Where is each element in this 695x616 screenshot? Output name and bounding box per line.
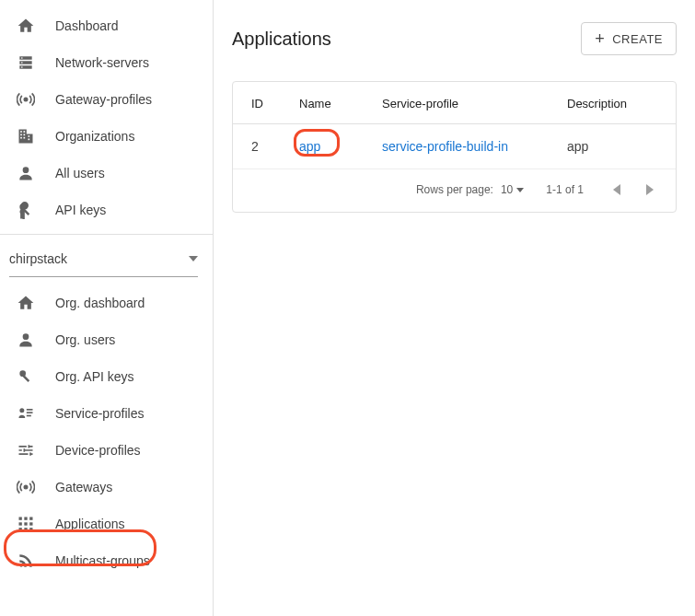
plus-icon: + xyxy=(595,30,605,47)
pager-range: 1-1 of 1 xyxy=(546,183,584,196)
nav-label: Organizations xyxy=(55,129,134,144)
svg-point-15 xyxy=(23,333,29,340)
col-id: ID xyxy=(233,82,288,124)
person-icon xyxy=(15,162,37,184)
org-selector-value: chirpstack xyxy=(9,251,67,266)
sidebar-divider xyxy=(0,234,213,235)
home-icon xyxy=(15,15,37,37)
nav-label: Device-profiles xyxy=(55,443,141,458)
rss-icon xyxy=(15,550,37,572)
nav-applications[interactable]: Applications xyxy=(0,506,213,542)
pager-next[interactable] xyxy=(639,179,661,201)
nav-label: Org. users xyxy=(55,332,115,347)
svg-rect-23 xyxy=(19,517,22,520)
rows-per-page-label: Rows per page: xyxy=(416,183,493,196)
svg-rect-25 xyxy=(29,517,32,520)
svg-rect-31 xyxy=(29,528,32,530)
org-selector[interactable]: chirpstack xyxy=(9,240,198,277)
svg-rect-4 xyxy=(20,131,22,133)
nav-device-profiles[interactable]: Device-profiles xyxy=(0,432,213,469)
main-content: Applications + CREATE ID Name Service-pr… xyxy=(214,0,695,616)
nav-label: All users xyxy=(55,166,105,180)
nav-label: Dashboard xyxy=(55,18,119,33)
home-icon xyxy=(15,292,37,314)
nav-org-dashboard[interactable]: Org. dashboard xyxy=(0,285,213,321)
nav-multicast-groups[interactable]: Multicast-groups xyxy=(0,542,213,579)
svg-rect-11 xyxy=(29,139,30,141)
nav-label: Network-servers xyxy=(55,55,149,70)
svg-point-12 xyxy=(23,167,29,173)
create-button-label: CREATE xyxy=(612,32,663,46)
svg-point-2 xyxy=(21,66,23,68)
nav-gateways[interactable]: Gateways xyxy=(0,469,213,506)
nav-label: Multicast-groups xyxy=(55,553,150,568)
col-name: Name xyxy=(288,82,371,124)
caret-down-icon xyxy=(189,256,198,262)
col-service-profile: Service-profile xyxy=(371,82,556,124)
svg-point-18 xyxy=(19,408,24,413)
svg-rect-10 xyxy=(29,135,30,137)
nav-all-users[interactable]: All users xyxy=(0,155,213,192)
table-row: 2 app service-profile-build-in app xyxy=(233,124,676,169)
svg-rect-29 xyxy=(19,528,22,530)
applications-table-card: ID Name Service-profile Description 2 ap… xyxy=(232,81,677,213)
svg-rect-27 xyxy=(24,522,27,525)
nav-label: Gateway-profiles xyxy=(55,92,152,107)
svg-rect-28 xyxy=(29,522,32,525)
nav-org-api-keys[interactable]: Org. API keys xyxy=(0,358,213,395)
svg-rect-9 xyxy=(24,137,26,139)
nav-network-servers[interactable]: Network-servers xyxy=(0,44,213,81)
svg-rect-17 xyxy=(23,375,30,382)
svg-rect-6 xyxy=(20,134,22,136)
svg-rect-5 xyxy=(24,131,26,133)
caret-down-icon xyxy=(516,188,524,192)
svg-rect-24 xyxy=(24,517,27,520)
nav-api-keys[interactable]: API keys xyxy=(0,192,213,228)
pager-prev[interactable] xyxy=(606,179,628,201)
applications-table: ID Name Service-profile Description 2 ap… xyxy=(233,82,676,169)
nav-label: Service-profiles xyxy=(55,406,144,421)
tune-icon xyxy=(15,439,37,461)
svg-point-0 xyxy=(21,57,23,59)
svg-point-3 xyxy=(24,98,27,100)
nav-label: Org. API keys xyxy=(55,369,134,384)
nav-org-users[interactable]: Org. users xyxy=(0,321,213,358)
nav-dashboard[interactable]: Dashboard xyxy=(0,7,213,44)
svg-rect-20 xyxy=(27,412,33,413)
cell-name-link[interactable]: app xyxy=(299,139,320,154)
rows-per-page-select[interactable]: 10 xyxy=(501,183,524,196)
svg-rect-26 xyxy=(19,522,22,525)
nav-service-profiles[interactable]: Service-profiles xyxy=(0,395,213,432)
nav-gateway-profiles[interactable]: Gateway-profiles xyxy=(0,81,213,118)
svg-rect-7 xyxy=(24,134,26,136)
person-icon xyxy=(15,329,37,351)
antenna-icon xyxy=(15,88,37,110)
key-icon xyxy=(15,199,37,221)
svg-rect-8 xyxy=(20,137,22,139)
svg-rect-21 xyxy=(27,415,31,417)
svg-point-1 xyxy=(21,62,23,64)
nav-label: Gateways xyxy=(55,480,112,494)
cell-service-profile-link[interactable]: service-profile-build-in xyxy=(382,139,508,154)
svg-rect-19 xyxy=(27,409,33,411)
antenna-icon xyxy=(15,476,37,498)
col-description: Description xyxy=(556,82,676,124)
server-icon xyxy=(15,52,37,74)
profile-list-icon xyxy=(15,402,37,424)
sidebar: Dashboard Network-servers Gateway-profil… xyxy=(0,0,214,616)
nav-label: API keys xyxy=(55,203,106,217)
nav-label: Org. dashboard xyxy=(55,296,145,310)
table-pager: Rows per page: 10 1-1 of 1 xyxy=(233,169,676,212)
svg-rect-30 xyxy=(24,528,27,530)
key-icon xyxy=(15,366,37,388)
nav-label: Applications xyxy=(55,517,125,531)
building-icon xyxy=(15,125,37,147)
nav-organizations[interactable]: Organizations xyxy=(0,118,213,155)
svg-point-22 xyxy=(24,485,27,488)
apps-grid-icon xyxy=(15,513,37,535)
create-button[interactable]: + CREATE xyxy=(581,22,677,55)
rows-per-page-value: 10 xyxy=(501,183,513,196)
cell-id: 2 xyxy=(233,124,288,169)
svg-point-32 xyxy=(19,564,22,566)
cell-description: app xyxy=(556,124,676,169)
